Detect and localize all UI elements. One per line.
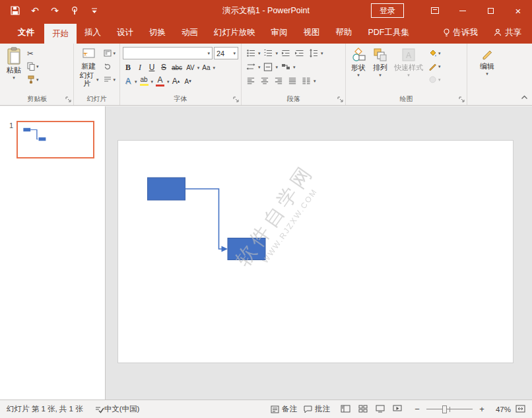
tab-insert[interactable]: 插入 bbox=[77, 21, 109, 44]
shape-outline-button[interactable] bbox=[427, 60, 442, 73]
increase-indent-button[interactable] bbox=[293, 47, 306, 59]
columns-button[interactable] bbox=[300, 75, 312, 87]
clipboard-dialog-launcher[interactable] bbox=[65, 96, 72, 103]
character-spacing-button[interactable]: AV bbox=[185, 61, 196, 73]
collapse-ribbon-button[interactable] bbox=[521, 90, 528, 102]
tab-file[interactable]: 文件 bbox=[8, 21, 44, 44]
align-text-button[interactable] bbox=[262, 61, 275, 73]
line-spacing-button[interactable] bbox=[307, 47, 319, 59]
save-icon[interactable] bbox=[7, 3, 24, 18]
drawing-dialog-launcher[interactable] bbox=[458, 96, 465, 103]
slide-thumbnail-1[interactable] bbox=[17, 121, 94, 158]
slide-elbow-connector[interactable] bbox=[185, 189, 222, 249]
redo-icon[interactable]: ↷ bbox=[46, 3, 63, 18]
cut-button[interactable]: ✂ bbox=[26, 47, 40, 59]
font-size-combobox[interactable]: 24 bbox=[214, 47, 238, 59]
tab-design[interactable]: 设计 bbox=[109, 21, 141, 44]
tab-help[interactable]: 帮助 bbox=[328, 21, 360, 44]
change-case-button[interactable]: Aa bbox=[201, 61, 211, 73]
align-left-button[interactable] bbox=[244, 75, 257, 87]
shrink-font-button[interactable]: A▾ bbox=[183, 75, 193, 87]
zoom-slider[interactable] bbox=[426, 405, 473, 414]
strikethrough-button[interactable]: S bbox=[158, 61, 169, 73]
minimize-button[interactable] bbox=[449, 0, 477, 21]
arrange-button[interactable]: 排列 bbox=[370, 46, 390, 94]
fit-slide-to-window-button[interactable] bbox=[515, 405, 525, 414]
share-button[interactable]: 共享 bbox=[486, 21, 532, 44]
font-name-combobox[interactable] bbox=[123, 47, 213, 59]
slides-group-label: 幻灯片 bbox=[74, 94, 119, 104]
touch-mode-icon[interactable] bbox=[66, 3, 83, 18]
decrease-indent-button[interactable] bbox=[279, 47, 292, 59]
font-size-value: 24 bbox=[216, 50, 224, 57]
font-dialog-launcher[interactable] bbox=[232, 96, 240, 103]
align-center-button[interactable] bbox=[258, 75, 271, 87]
font-color-button[interactable]: A bbox=[154, 75, 166, 87]
grow-font-button[interactable]: A▴ bbox=[171, 75, 182, 87]
login-button[interactable]: 登录 bbox=[371, 3, 404, 18]
numbering-button[interactable] bbox=[262, 47, 275, 59]
reading-view-button[interactable] bbox=[376, 405, 385, 414]
undo-icon[interactable]: ↶ bbox=[26, 3, 44, 18]
language-indicator[interactable]: 中文(中国) bbox=[104, 404, 140, 414]
tab-pdf-tools[interactable]: PDF工具集 bbox=[360, 21, 418, 44]
italic-button[interactable]: I bbox=[135, 61, 145, 73]
ribbon-display-options-icon[interactable] bbox=[421, 0, 449, 21]
clipboard-icon bbox=[6, 47, 22, 65]
zoom-in-button[interactable]: + bbox=[477, 404, 486, 414]
text-direction-button[interactable] bbox=[244, 61, 257, 73]
shapes-button[interactable]: 形状 bbox=[349, 46, 368, 94]
bold-button[interactable]: B bbox=[123, 61, 133, 73]
clear-formatting-button[interactable]: abc bbox=[170, 61, 183, 73]
copy-button[interactable] bbox=[26, 60, 40, 73]
new-slide-button[interactable]: 新建 幻灯片 bbox=[77, 46, 100, 94]
tell-me-button[interactable]: 告诉我 bbox=[435, 21, 486, 44]
paragraph-dialog-launcher[interactable] bbox=[337, 96, 344, 103]
tab-home[interactable]: 开始 bbox=[44, 24, 77, 44]
customize-quick-access-icon[interactable] bbox=[86, 3, 103, 18]
reset-slide-button[interactable] bbox=[102, 60, 117, 73]
section-button[interactable] bbox=[102, 73, 117, 86]
slide-sorter-view-button[interactable] bbox=[358, 405, 368, 414]
editing-canvas[interactable]: 软件自学网 WWW.RJZXW.COM bbox=[106, 106, 532, 400]
format-painter-button[interactable] bbox=[26, 73, 40, 86]
editing-button[interactable]: 编辑 bbox=[478, 46, 496, 94]
text-highlight-button[interactable]: ab bbox=[139, 75, 150, 87]
convert-smartart-button[interactable] bbox=[279, 61, 292, 73]
paste-dropdown-caret[interactable] bbox=[13, 75, 15, 80]
quick-access-toolbar: ↶ ↷ bbox=[0, 3, 103, 18]
zoom-slider-thumb[interactable] bbox=[442, 405, 447, 413]
thumbnail-preview bbox=[18, 122, 93, 157]
zoom-out-button[interactable]: − bbox=[413, 404, 422, 414]
underline-button[interactable]: U bbox=[147, 61, 157, 73]
slideshow-view-button[interactable] bbox=[393, 405, 402, 414]
tab-animations[interactable]: 动画 bbox=[174, 21, 206, 44]
notes-button[interactable]: 备注 bbox=[271, 404, 297, 414]
quick-styles-icon: A bbox=[401, 47, 416, 63]
tab-slideshow[interactable]: 幻灯片放映 bbox=[206, 21, 263, 44]
comments-button[interactable]: 批注 bbox=[304, 404, 330, 414]
shape-effects-button[interactable] bbox=[427, 73, 442, 86]
slide-shape-rectangle-1[interactable] bbox=[148, 178, 185, 200]
close-button[interactable]: × bbox=[504, 0, 532, 21]
maximize-button[interactable] bbox=[477, 0, 504, 21]
group-paragraph: 段落 bbox=[242, 44, 346, 105]
slide-1[interactable]: 软件自学网 WWW.RJZXW.COM bbox=[117, 140, 514, 363]
normal-view-button[interactable] bbox=[341, 405, 350, 414]
paste-button[interactable]: 粘贴 bbox=[4, 46, 24, 94]
shape-fill-button[interactable] bbox=[427, 47, 442, 59]
slide-shape-rectangle-2[interactable] bbox=[228, 238, 265, 260]
tab-review[interactable]: 审阅 bbox=[263, 21, 296, 44]
slide-counter[interactable]: 幻灯片 第 1 张, 共 1 张 bbox=[7, 404, 83, 414]
group-drawing: 形状 排列 A 快速样式 bbox=[346, 44, 467, 105]
quick-styles-button[interactable]: A 快速样式 bbox=[392, 46, 425, 94]
align-right-button[interactable] bbox=[272, 75, 284, 87]
text-effects-button[interactable]: A bbox=[123, 75, 133, 87]
slide-layout-button[interactable] bbox=[102, 47, 117, 59]
bullets-button[interactable] bbox=[244, 47, 257, 59]
tab-transitions[interactable]: 切换 bbox=[141, 21, 174, 44]
justify-button[interactable] bbox=[286, 75, 298, 87]
spell-check-icon[interactable] bbox=[95, 405, 104, 413]
tab-view[interactable]: 视图 bbox=[296, 21, 328, 44]
zoom-level[interactable]: 47% bbox=[491, 405, 511, 413]
